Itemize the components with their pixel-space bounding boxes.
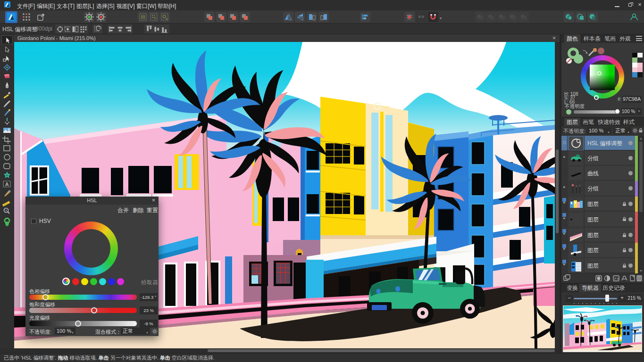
svg-text:A: A — [5, 181, 9, 187]
svg-text:FX: FX — [614, 277, 619, 281]
